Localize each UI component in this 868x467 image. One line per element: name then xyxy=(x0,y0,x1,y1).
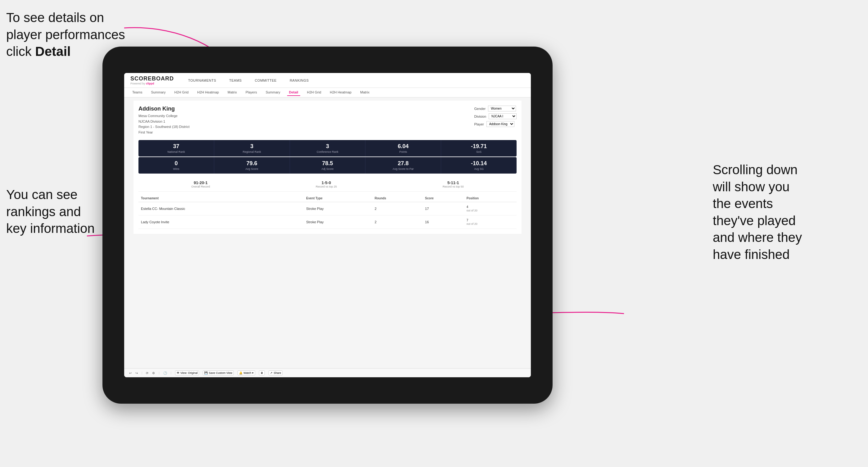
th-score: Score xyxy=(423,195,464,202)
watch-button[interactable]: 🔔 Watch ▾ xyxy=(238,370,255,375)
nav-tournaments[interactable]: TOURNAMENTS xyxy=(186,77,218,84)
stat-points-value: 6.04 xyxy=(368,143,438,150)
td-score-2: 16 xyxy=(423,216,464,229)
player-division: NJCAA Division 1 xyxy=(138,119,189,125)
subnav-h2h-grid2[interactable]: H2H Grid xyxy=(305,89,323,96)
division-control: Division NJCAA I xyxy=(474,113,517,119)
stat-adj-score-label: Adj Score xyxy=(292,167,363,170)
watch-icon: 🔔 xyxy=(239,371,243,374)
toolbar-sep2: | xyxy=(159,371,159,374)
stat-adj-score: 78.5 Adj Score xyxy=(290,157,366,174)
stat-regional-rank-label: Regional Rank xyxy=(217,150,287,153)
watch-chevron-icon: ▾ xyxy=(252,371,254,374)
record-overall: 91-20-1 Overall Record xyxy=(191,180,210,188)
stat-avg-sg-value: -10.14 xyxy=(444,160,514,167)
table-header-row: Tournament Event Type Rounds Score Posit… xyxy=(138,195,517,202)
sub-navigation: Teams Summary H2H Grid H2H Heatmap Matri… xyxy=(124,88,531,97)
tablet-screen: SCOREBOARD Powered by clippd TOURNAMENTS… xyxy=(124,73,531,377)
logo-area: SCOREBOARD Powered by clippd xyxy=(130,75,174,85)
stat-avg-score-par: 27.8 Avg Score to Par xyxy=(365,157,441,174)
logo-powered: Powered by clippd xyxy=(130,82,174,85)
annotation-right: Scrolling down will show you the events … xyxy=(713,161,862,263)
subnav-h2h-heatmap[interactable]: H2H Heatmap xyxy=(195,89,221,96)
nav-rankings[interactable]: RANKINGS xyxy=(288,77,310,84)
subnav-summary[interactable]: Summary xyxy=(149,89,167,96)
td-position-1: 4out of 20 xyxy=(464,202,517,216)
logo-clippd: clippd xyxy=(146,82,154,85)
stat-avg-score-par-value: 27.8 xyxy=(368,160,438,167)
watch-label: Watch xyxy=(243,371,251,374)
save-label: Save Custom View xyxy=(209,371,232,374)
stat-points-label: Points xyxy=(368,150,438,153)
stat-wins-value: 0 xyxy=(141,160,211,167)
view-label: View: Original xyxy=(180,371,197,374)
record-top50-value: 5-11-1 xyxy=(443,180,464,185)
record-top25: 1-5-0 Record vs top 25 xyxy=(316,180,337,188)
share-button[interactable]: ↗ Share xyxy=(269,370,282,375)
save-custom-view-button[interactable]: 💾 Save Custom View xyxy=(203,370,234,375)
subnav-h2h-heatmap2[interactable]: H2H Heatmap xyxy=(328,89,353,96)
stat-avg-sg: -10.14 Avg SG xyxy=(441,157,517,174)
stat-avg-sg-label: Avg SG xyxy=(444,167,514,170)
tablet-device: SCOREBOARD Powered by clippd TOURNAMENTS… xyxy=(102,46,553,404)
stat-sos-value: -19.71 xyxy=(444,143,514,150)
main-content: Addison King Mesa Community College NJCA… xyxy=(124,97,531,368)
record-top50-label: Record vs top 50 xyxy=(443,185,464,188)
player-region: Region 1 - Southwest (18) District xyxy=(138,124,189,130)
bottom-toolbar: ↩ ↪ | ⟳ ⚙ | 🕐 | 👁 View: Original 💾 Save … xyxy=(124,368,531,377)
gender-control: Gender Women xyxy=(474,105,517,112)
settings-icon[interactable]: ⚙ xyxy=(152,371,155,375)
subnav-detail[interactable]: Detail xyxy=(287,89,300,96)
gender-label: Gender xyxy=(474,107,486,111)
toolbar-sep1: | xyxy=(142,371,142,374)
stat-avg-score-par-label: Avg Score to Par xyxy=(368,167,438,170)
th-tournament: Tournament xyxy=(138,195,288,202)
gender-select[interactable]: Women xyxy=(488,105,516,112)
toolbar-sep3: | xyxy=(171,371,172,374)
td-empty-1 xyxy=(288,202,304,216)
subnav-players[interactable]: Players xyxy=(244,89,259,96)
th-rounds: Rounds xyxy=(372,195,423,202)
nav-teams[interactable]: TEAMS xyxy=(227,77,243,84)
stat-wins: 0 Wins xyxy=(138,157,214,174)
stat-conference-rank: 3 Conference Rank xyxy=(290,140,366,156)
screen-icon: 🖥 xyxy=(260,371,263,374)
subnav-matrix2[interactable]: Matrix xyxy=(358,89,371,96)
td-rounds-2: 2 xyxy=(372,216,423,229)
nav-committee[interactable]: COMMITTEE xyxy=(253,77,279,84)
content-inner: Addison King Mesa Community College NJCA… xyxy=(133,101,522,234)
division-select[interactable]: NJCAA I xyxy=(489,113,517,119)
player-control: Player Addison King xyxy=(474,121,517,127)
share-label: Share xyxy=(274,371,281,374)
subnav-teams[interactable]: Teams xyxy=(130,89,144,96)
subnav-h2h-grid[interactable]: H2H Grid xyxy=(172,89,190,96)
stat-avg-score-label: Avg Score xyxy=(217,167,287,170)
td-event-type-1: Stroke Play xyxy=(304,202,372,216)
screen-button[interactable]: 🖥 xyxy=(259,370,265,375)
th-position: Position xyxy=(464,195,517,202)
undo-icon[interactable]: ↩ xyxy=(129,371,132,375)
stat-sos: -19.71 SoS xyxy=(441,140,517,156)
view-original-button[interactable]: 👁 View: Original xyxy=(175,370,199,375)
redo-icon[interactable]: ↪ xyxy=(135,371,138,375)
refresh-icon[interactable]: ⟳ xyxy=(146,371,148,375)
stat-national-rank-value: 37 xyxy=(141,143,211,150)
clock-icon[interactable]: 🕐 xyxy=(163,371,167,375)
stats-row-1: 37 National Rank 3 Regional Rank 3 Confe… xyxy=(138,140,517,156)
player-header: Addison King Mesa Community College NJCA… xyxy=(138,105,517,135)
top-navigation: SCOREBOARD Powered by clippd TOURNAMENTS… xyxy=(124,73,531,88)
stat-national-rank-label: National Rank xyxy=(141,150,211,153)
player-select[interactable]: Addison King xyxy=(487,121,515,127)
division-label: Division xyxy=(474,115,486,118)
annotation-detail-bold: Detail xyxy=(35,44,70,59)
table-row: Lady Coyote Invite Stroke Play 2 16 7out… xyxy=(138,216,517,229)
stat-adj-score-value: 78.5 xyxy=(292,160,363,167)
subnav-matrix[interactable]: Matrix xyxy=(226,89,239,96)
td-empty-2 xyxy=(288,216,304,229)
subnav-summary2[interactable]: Summary xyxy=(264,89,282,96)
share-icon: ↗ xyxy=(270,371,273,374)
td-score-1: 17 xyxy=(423,202,464,216)
stat-regional-rank-value: 3 xyxy=(217,143,287,150)
th-empty xyxy=(288,195,304,202)
td-position-2: 7out of 20 xyxy=(464,216,517,229)
